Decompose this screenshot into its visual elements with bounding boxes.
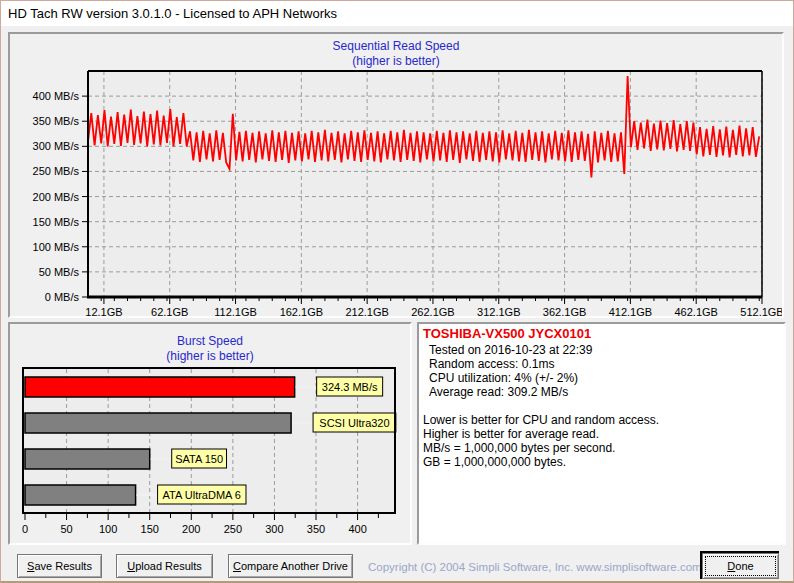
svg-text:362.1GB: 362.1GB [543, 306, 586, 316]
svg-text:50: 50 [60, 523, 72, 535]
svg-text:212.1GB: 212.1GB [345, 306, 388, 316]
compare-another-drive-button[interactable]: Compare Another Drive [228, 554, 353, 578]
sequential-subtitle-line: (higher is better) [10, 54, 782, 69]
drive-info-panel: TOSHIBA-VX500 JYCX0101 Tested on 2016-10… [417, 322, 786, 545]
info-random-access: Random access: 0.1ms [429, 357, 784, 371]
svg-text:0 MB/s: 0 MB/s [45, 291, 80, 303]
svg-text:300 MB/s: 300 MB/s [33, 140, 80, 152]
copyright-text: Copyright (C) 2004 Simpli Software, Inc.… [368, 561, 696, 573]
svg-text:200: 200 [182, 523, 200, 535]
svg-text:412.1GB: 412.1GB [609, 306, 652, 316]
svg-text:112.1GB: 112.1GB [214, 306, 257, 316]
svg-text:62.1GB: 62.1GB [151, 306, 188, 316]
done-button[interactable]: Done [700, 551, 779, 579]
svg-text:400 MB/s: 400 MB/s [33, 90, 80, 102]
upload-results-label: Upload Results [117, 560, 212, 572]
svg-text:150 MB/s: 150 MB/s [33, 216, 80, 228]
burst-speed-panel: 324.3 MB/sSCSI Ultra320SATA 150ATA Ultra… [8, 322, 412, 545]
note-higher-better: Higher is better for average read. [423, 427, 784, 441]
title-bar: HD Tach RW version 3.0.1.0 - Licensed to… [1, 0, 793, 26]
save-results-button[interactable]: Save Results [17, 554, 102, 578]
burst-chart-title: Burst Speed (higher is better) [10, 334, 410, 364]
svg-text:262.1GB: 262.1GB [411, 306, 454, 316]
svg-text:512.1GB: 512.1GB [740, 306, 782, 316]
svg-text:312.1GB: 312.1GB [477, 306, 520, 316]
svg-text:250: 250 [224, 523, 242, 535]
svg-text:100: 100 [99, 523, 117, 535]
info-tested-on: Tested on 2016-10-23 at 22:39 [429, 343, 784, 357]
svg-text:12.1GB: 12.1GB [85, 306, 122, 316]
done-focus-rect: Done [706, 557, 775, 575]
svg-text:100 MB/s: 100 MB/s [33, 241, 80, 253]
svg-text:200 MB/s: 200 MB/s [33, 191, 80, 203]
svg-text:400: 400 [348, 523, 366, 535]
note-mbs-definition: MB/s = 1,000,000 bytes per second. [423, 441, 784, 455]
info-average-read: Average read: 309.2 MB/s [429, 385, 784, 399]
svg-text:324.3 MB/s: 324.3 MB/s [322, 381, 378, 393]
info-spacer [419, 399, 784, 413]
sequential-title-line: Sequential Read Speed [10, 39, 782, 54]
svg-text:150: 150 [141, 523, 159, 535]
svg-text:SCSI Ultra320: SCSI Ultra320 [319, 417, 389, 429]
svg-text:250 MB/s: 250 MB/s [33, 165, 80, 177]
svg-text:0: 0 [22, 523, 28, 535]
done-button-face: Done [702, 553, 779, 579]
svg-text:ATA UltraDMA 6: ATA UltraDMA 6 [163, 489, 241, 501]
window-title: HD Tach RW version 3.0.1.0 - Licensed to… [8, 6, 337, 21]
compare-another-drive-label: Compare Another Drive [229, 560, 352, 572]
svg-text:300: 300 [265, 523, 283, 535]
save-results-label: Save Results [18, 560, 101, 572]
sequential-read-panel: 0 MB/s50 MB/s100 MB/s150 MB/s200 MB/s250… [8, 32, 784, 318]
note-lower-better: Lower is better for CPU and random acces… [423, 413, 784, 427]
svg-text:50 MB/s: 50 MB/s [39, 266, 80, 278]
sequential-chart-svg: 0 MB/s50 MB/s100 MB/s150 MB/s200 MB/s250… [10, 34, 782, 316]
drive-name: TOSHIBA-VX500 JYCX0101 [423, 326, 784, 341]
note-gb-definition: GB = 1,000,000,000 bytes. [423, 455, 784, 469]
upload-results-button[interactable]: Upload Results [116, 554, 213, 578]
svg-text:350: 350 [307, 523, 325, 535]
burst-title-line: Burst Speed [10, 334, 410, 349]
done-button-label: Done [706, 560, 775, 572]
sequential-chart-title: Sequential Read Speed (higher is better) [10, 39, 782, 69]
svg-text:SATA 150: SATA 150 [175, 453, 223, 465]
burst-subtitle-line: (higher is better) [10, 349, 410, 364]
svg-text:162.1GB: 162.1GB [280, 306, 323, 316]
svg-text:350 MB/s: 350 MB/s [33, 115, 80, 127]
info-cpu-utilization: CPU utilization: 4% (+/- 2%) [429, 371, 784, 385]
svg-text:462.1GB: 462.1GB [674, 306, 717, 316]
